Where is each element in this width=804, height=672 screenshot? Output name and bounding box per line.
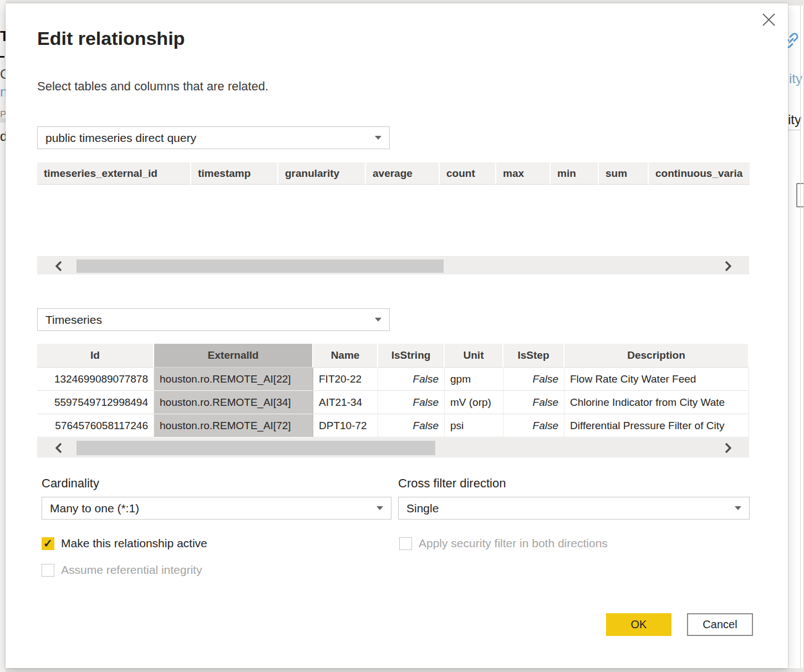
- first-table: timeseries_external_idtimestampgranulari…: [37, 162, 749, 274]
- selected-table-label: public timeseries direct query: [45, 131, 196, 145]
- column-header-name[interactable]: Name: [313, 344, 378, 368]
- table-cell[interactable]: houston.ro.REMOTE_AI[34]: [154, 391, 313, 414]
- background-window-left-edge: T C n Pa d: [0, 0, 6, 672]
- checkbox-label: Assume referential integrity: [61, 563, 202, 577]
- column-header-timeseries_external_id[interactable]: timeseries_external_id: [37, 162, 191, 185]
- table-cell[interactable]: FIT20-22: [313, 368, 378, 391]
- ok-button[interactable]: OK: [606, 613, 671, 636]
- scroll-left-button[interactable]: [47, 438, 69, 457]
- column-header-unit[interactable]: Unit: [445, 344, 503, 368]
- cardinality-value: Many to one (*:1): [50, 502, 139, 515]
- background-divider: [788, 130, 800, 130]
- cancel-button[interactable]: Cancel: [687, 613, 753, 636]
- chevron-left-icon: [54, 260, 63, 272]
- chevron-right-icon: [724, 260, 733, 272]
- cross-filter-direction-selector[interactable]: Single: [398, 497, 750, 520]
- assume-referential-integrity-checkbox: Assume referential integrity: [42, 563, 202, 577]
- table-cell[interactable]: Chlorine Indicator from City Wate: [564, 391, 749, 414]
- make-relationship-active-checkbox[interactable]: ✓ Make this relationship active: [42, 537, 207, 550]
- column-header-continuous_varia[interactable]: continuous_varia: [649, 162, 751, 185]
- first-table-body: [37, 185, 749, 257]
- first-table-horizontal-scrollbar[interactable]: [37, 257, 749, 274]
- checkbox-label: Apply security filter in both directions: [419, 537, 608, 550]
- table-cell[interactable]: False: [378, 414, 445, 437]
- first-table-header-row: timeseries_external_idtimestampgranulari…: [37, 162, 749, 185]
- table-cell[interactable]: DPT10-72: [313, 414, 378, 437]
- table-cell[interactable]: gpm: [445, 368, 503, 391]
- background-divider: [0, 56, 4, 58]
- column-header-isstring[interactable]: IsString: [378, 344, 445, 368]
- table-cell[interactable]: Flow Rate City Water Feed: [564, 368, 749, 391]
- link-icon: [788, 30, 801, 53]
- chevron-left-icon: [54, 442, 63, 454]
- apply-security-filter-checkbox: Apply security filter in both directions: [399, 537, 608, 550]
- column-header-externalid[interactable]: ExternalId: [154, 344, 313, 368]
- table-cell[interactable]: False: [378, 368, 445, 391]
- table-cell[interactable]: 1324699089077878: [37, 368, 154, 391]
- table-cell[interactable]: mV (orp): [445, 391, 503, 414]
- column-header-isstep[interactable]: IsStep: [503, 344, 564, 368]
- table-cell[interactable]: False: [503, 414, 564, 437]
- table-cell[interactable]: AIT21-34: [313, 391, 378, 414]
- table-cell[interactable]: Differential Pressure Filter of City: [564, 414, 749, 437]
- scroll-right-button[interactable]: [717, 438, 739, 457]
- column-header-sum[interactable]: sum: [599, 162, 649, 185]
- table-cell[interactable]: False: [503, 391, 564, 414]
- table-cell[interactable]: psi: [445, 414, 503, 437]
- chevron-down-icon: [376, 506, 383, 510]
- page-title: Edit relationship: [37, 28, 185, 49]
- cardinality-label: Cardinality: [42, 476, 99, 491]
- edit-relationship-dialog: Edit relationship Select tables and colu…: [6, 3, 788, 668]
- close-icon: [761, 12, 776, 27]
- column-header-granularity[interactable]: granularity: [278, 162, 366, 185]
- chevron-right-icon: [724, 442, 733, 454]
- scrollbar-thumb[interactable]: [77, 259, 444, 273]
- close-button[interactable]: [759, 10, 778, 29]
- table-cell[interactable]: 5597549712998494: [37, 391, 154, 414]
- table-row: 1324699089077878houston.ro.REMOTE_AI[22]…: [37, 368, 749, 391]
- cardinality-selector[interactable]: Many to one (*:1): [42, 497, 391, 520]
- table-cell[interactable]: False: [503, 368, 564, 391]
- table-cell[interactable]: houston.ro.REMOTE_AI[72]: [154, 414, 313, 437]
- table-row: 5597549712998494houston.ro.REMOTE_AI[34]…: [37, 391, 749, 414]
- second-table-body: 1324699089077878houston.ro.REMOTE_AI[22]…: [37, 368, 749, 437]
- column-header-description[interactable]: Description: [564, 344, 749, 368]
- first-table-selector[interactable]: public timeseries direct query: [37, 126, 390, 149]
- cross-filter-direction-value: Single: [406, 502, 439, 515]
- checkbox-unchecked-icon: [399, 537, 412, 550]
- column-header-count[interactable]: count: [440, 162, 496, 185]
- background-text-fragment: ity: [788, 112, 801, 128]
- column-header-timestamp[interactable]: timestamp: [191, 162, 278, 185]
- table-row: 5764576058117246houston.ro.REMOTE_AI[72]…: [37, 414, 749, 437]
- scrollbar-thumb[interactable]: [77, 441, 435, 455]
- second-table: IdExternalIdNameIsStringUnitIsStepDescri…: [37, 344, 749, 457]
- table-cell[interactable]: houston.ro.REMOTE_AI[22]: [154, 368, 313, 391]
- second-table-horizontal-scrollbar[interactable]: [37, 437, 749, 457]
- second-table-header-row: IdExternalIdNameIsStringUnitIsStepDescri…: [37, 344, 749, 368]
- background-text-fragment: d: [0, 129, 6, 144]
- scroll-right-button[interactable]: [717, 257, 739, 274]
- background-text-fragment: C: [0, 67, 6, 82]
- column-header-average[interactable]: average: [366, 162, 440, 185]
- checkbox-label: Make this relationship active: [61, 537, 207, 550]
- selected-table-label: Timeseries: [45, 313, 102, 327]
- column-header-id[interactable]: Id: [37, 344, 154, 368]
- dialog-subtitle: Select tables and columns that are relat…: [37, 79, 268, 94]
- chevron-down-icon: [375, 136, 381, 140]
- background-divider: [800, 6, 801, 668]
- table-cell[interactable]: 5764576058117246: [37, 414, 154, 437]
- background-divider: [0, 118, 6, 123]
- background-text-fragment: n: [0, 84, 6, 100]
- column-header-min[interactable]: min: [551, 162, 599, 185]
- chevron-down-icon: [375, 318, 381, 322]
- scroll-left-button[interactable]: [47, 257, 69, 274]
- chevron-down-icon: [735, 506, 741, 510]
- second-table-selector[interactable]: Timeseries: [37, 308, 390, 331]
- column-header-max[interactable]: max: [496, 162, 551, 185]
- checkbox-unchecked-icon: [42, 564, 54, 577]
- background-window-right-edge: ity ity: [788, 6, 804, 668]
- table-cell[interactable]: False: [378, 391, 445, 414]
- background-text-fragment: T: [0, 28, 6, 45]
- checkbox-checked-icon[interactable]: ✓: [42, 537, 54, 550]
- cross-filter-direction-label: Cross filter direction: [398, 476, 506, 491]
